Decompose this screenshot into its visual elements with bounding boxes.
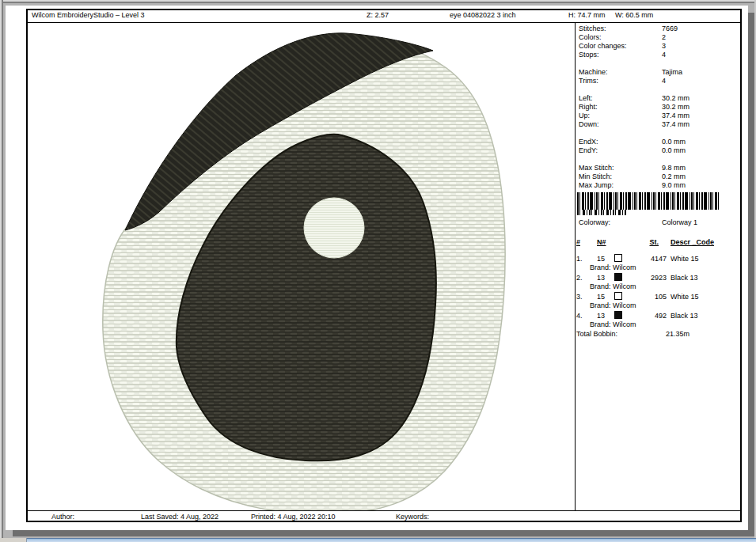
design-name: eye 04082022 3 inch (450, 11, 516, 20)
stat-row: Stops:4 (579, 51, 739, 59)
design-preview (28, 23, 574, 510)
stat-value: 7669 (662, 25, 678, 33)
stats-group: Left:30.2 mm Right:30.2 mm Up:37.4 mm Do… (579, 94, 739, 129)
stat-value: 0.0 mm (662, 138, 686, 146)
print-preview-page: Wilcom EmbroideryStudio – Level 3 Z: 2.5… (6, 6, 748, 530)
thread-stitch-count: 2923 (632, 274, 667, 282)
stat-row: Stitches:7669 (579, 25, 739, 33)
stat-row: Max Jump:9.0 mm (579, 181, 739, 190)
stat-value: 4 (662, 77, 666, 85)
page-shadow-bottom (13, 530, 754, 536)
footer-keywords: Keywords: (396, 513, 429, 521)
window-edge-top-dark (0, 2, 756, 3)
stat-value: 2 (662, 33, 666, 42)
colorway-label: Colorway: (579, 218, 662, 227)
stat-row: Left:30.2 mm (579, 94, 739, 103)
thread-stitch-count: 4147 (632, 255, 667, 263)
thread-row: 3. 15 105 White 15 Brand: Wilcom (576, 292, 739, 310)
stats-group: Max Stitch:9.8 mm Min Stitch:0.2 mm Max … (579, 164, 739, 190)
stat-label: Max Jump: (579, 181, 662, 190)
design-barcode (577, 192, 720, 210)
stat-row: Colors:2 (579, 33, 739, 42)
thread-row: 4. 13 492 Black 13 Brand: Wilcom (576, 311, 739, 329)
stat-label: Min Stitch: (579, 172, 662, 181)
thread-num: 4. (576, 312, 597, 320)
stat-row: Color changes:3 (579, 42, 739, 51)
thread-needle: 15 (597, 293, 614, 301)
thread-color-swatch (614, 311, 622, 319)
stats-group: Stitches:7669 Colors:2 Color changes:3 S… (579, 25, 739, 59)
thread-num: 3. (576, 293, 597, 301)
footer-last-saved: Last Saved: 4 Aug, 2022 (141, 513, 218, 521)
stat-value: 30.2 mm (662, 94, 690, 103)
thread-brand: Brand: Wilcom (590, 282, 739, 291)
colorway-value: Colorway 1 (662, 218, 697, 227)
print-frame: Wilcom EmbroideryStudio – Level 3 Z: 2.5… (26, 9, 742, 522)
taskbar-edge-left (0, 538, 27, 542)
stat-row: Max Stitch:9.8 mm (579, 164, 739, 172)
footer-separator (28, 510, 740, 511)
thread-brand: Brand: Wilcom (590, 301, 739, 310)
stats-group: EndX:0.0 mm EndY:0.0 mm (579, 138, 739, 155)
stat-value: 0.2 mm (662, 172, 686, 181)
design-barcode-tail (577, 210, 626, 215)
stat-label: Right: (579, 103, 662, 112)
app-title: Wilcom EmbroideryStudio – Level 3 (32, 11, 145, 20)
thread-num: 1. (576, 255, 597, 263)
stat-label: EndX: (579, 138, 662, 146)
stat-row: Up:37.4 mm (579, 112, 739, 120)
thread-needle: 15 (597, 255, 614, 263)
stat-label: Machine: (579, 68, 662, 77)
thread-stitch-count: 105 (632, 293, 667, 301)
app-background: Wilcom EmbroideryStudio – Level 3 Z: 2.5… (0, 0, 756, 542)
design-width: W: 60.5 mm (615, 11, 653, 20)
stat-row: EndX:0.0 mm (579, 138, 739, 146)
thread-needle: 13 (597, 312, 614, 320)
footer-printed: Printed: 4 Aug, 2022 20:10 (251, 513, 336, 521)
stat-row: EndY:0.0 mm (579, 146, 739, 155)
thread-table-header: # N# St. Descr _Code (576, 237, 739, 247)
stat-row: Down:37.4 mm (579, 120, 739, 129)
col-header-num: # (576, 238, 597, 247)
stat-value: Tajima (662, 68, 682, 77)
design-info-panel: Stitches:7669 Colors:2 Color changes:3 S… (576, 23, 740, 510)
thread-descr: White 15 (671, 293, 699, 301)
colorway-row: Colorway: Colorway 1 (579, 218, 737, 227)
stat-label: Down: (579, 120, 662, 129)
stat-label: Left: (579, 94, 662, 103)
stat-value: 4 (662, 51, 666, 59)
stat-value: 9.0 mm (662, 181, 686, 190)
stat-value: 30.2 mm (662, 103, 690, 112)
stat-value: 9.8 mm (662, 164, 686, 172)
col-header-descr: Descr _Code (671, 238, 714, 247)
thread-brand: Brand: Wilcom (590, 320, 739, 329)
thread-color-swatch (614, 273, 622, 281)
zoom-level-label: Z: 2.57 (367, 11, 389, 20)
taskbar-edge (27, 538, 756, 542)
stat-row: Right:30.2 mm (579, 103, 739, 112)
stat-row: Trims:4 (579, 77, 739, 85)
thread-num: 2. (576, 274, 597, 282)
thread-needle: 13 (597, 274, 614, 282)
thread-descr: Black 13 (671, 274, 698, 282)
col-header-stitches: St. (632, 238, 667, 247)
window-edge-left-dark (2, 0, 3, 542)
stat-label: Color changes: (579, 42, 662, 51)
stat-label: Colors: (579, 33, 662, 42)
stat-label: EndY: (579, 146, 662, 155)
stat-label: Stitches: (579, 25, 662, 33)
thread-stitch-count: 492 (632, 312, 667, 320)
col-header-needle: N# (597, 238, 632, 247)
thread-descr: White 15 (671, 255, 699, 263)
total-bobbin-label: Total Bobbin: (576, 330, 666, 339)
design-statistics: Stitches:7669 Colors:2 Color changes:3 S… (579, 25, 739, 199)
thread-row: 1. 15 4147 White 15 Brand: Wilcom (576, 254, 739, 272)
stat-value: 3 (662, 42, 666, 51)
footer-author: Author: (51, 513, 74, 521)
thread-color-swatch (614, 254, 622, 262)
total-bobbin-row: Total Bobbin: 21.35m (576, 330, 739, 339)
stat-label: Trims: (579, 77, 662, 85)
stat-row: Min Stitch:0.2 mm (579, 172, 739, 181)
stat-value: 0.0 mm (662, 146, 686, 155)
thread-descr: Black 13 (671, 312, 698, 320)
